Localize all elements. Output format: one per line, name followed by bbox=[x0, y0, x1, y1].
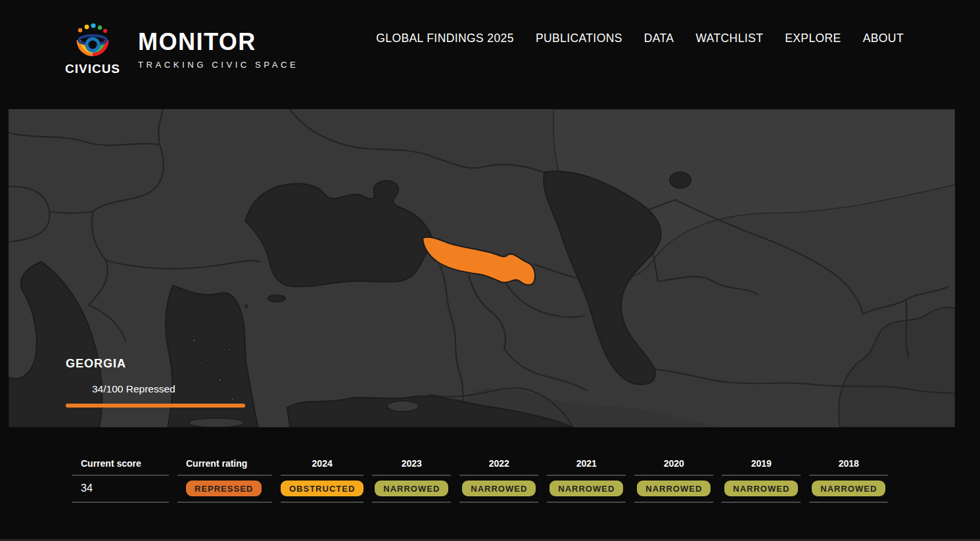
marmara-sea bbox=[268, 295, 285, 302]
rating-badge-2024: OBSTRUCTED bbox=[281, 481, 363, 496]
logo-dot-green bbox=[98, 26, 102, 30]
column-header-2021: 2021 bbox=[547, 458, 626, 476]
ratings-row: 34 REPRESSED OBSTRUCTED NARROWED NARROWE… bbox=[72, 476, 888, 503]
rating-badge-2020: NARROWED bbox=[637, 481, 711, 496]
logo-dot-red bbox=[103, 29, 107, 33]
rating-badge-2019: NARROWED bbox=[724, 481, 798, 496]
main-nav: GLOBAL FINDINGS 2025 PUBLICATIONS DATA W… bbox=[376, 32, 904, 45]
column-header-current-score: Current score bbox=[72, 458, 169, 476]
page-title: MONITOR bbox=[138, 30, 298, 54]
nav-link-publications[interactable]: PUBLICATIONS bbox=[536, 32, 622, 45]
column-header-2023: 2023 bbox=[372, 458, 451, 476]
crete-island bbox=[189, 418, 244, 427]
column-header-2019: 2019 bbox=[722, 458, 801, 476]
nav-link-about[interactable]: ABOUT bbox=[863, 32, 904, 45]
brand-name: CIVICUS bbox=[65, 62, 120, 76]
column-header-2020: 2020 bbox=[634, 458, 713, 476]
ratings-section: Current score Current rating 2024 2023 2… bbox=[64, 458, 980, 503]
nav-link-watchlist[interactable]: WATCHLIST bbox=[695, 32, 763, 45]
country-info-overlay: GEORGIA 34/100 Repressed bbox=[66, 357, 245, 408]
country-label: GEORGIA bbox=[66, 357, 245, 371]
logo-dot-orange bbox=[78, 28, 82, 32]
rating-badge-2021: NARROWED bbox=[549, 481, 623, 496]
cyprus-island bbox=[387, 401, 419, 412]
aral-sea bbox=[670, 172, 691, 188]
ratings-table: Current score Current rating 2024 2023 2… bbox=[64, 458, 897, 503]
nav-link-global-findings[interactable]: GLOBAL FINDINGS 2025 bbox=[376, 32, 514, 45]
column-header-2024: 2024 bbox=[281, 458, 363, 476]
score-text: 34/100 Repressed bbox=[92, 383, 245, 395]
nav-link-explore[interactable]: EXPLORE bbox=[785, 32, 841, 45]
current-score-cell: 34 bbox=[72, 476, 169, 503]
civicus-logo[interactable]: CIVICUS bbox=[64, 22, 121, 76]
logo-dot-blue bbox=[91, 23, 95, 28]
brand-subtitle: TRACKING CIVIC SPACE bbox=[138, 60, 298, 70]
column-header-2022: 2022 bbox=[459, 458, 538, 476]
brand-block: CIVICUS MONITOR TRACKING CIVIC SPACE bbox=[64, 22, 298, 76]
site-header: CIVICUS MONITOR TRACKING CIVIC SPACE GLO… bbox=[0, 0, 980, 109]
current-rating-badge: REPRESSED bbox=[186, 481, 262, 496]
logo-center-ring bbox=[87, 39, 99, 51]
column-header-2018: 2018 bbox=[809, 458, 888, 476]
nav-link-data[interactable]: DATA bbox=[644, 32, 674, 45]
score-bar bbox=[66, 404, 245, 408]
civicus-logo-icon bbox=[71, 22, 114, 60]
rating-badge-2023: NARROWED bbox=[375, 481, 448, 496]
rating-badge-2018: NARROWED bbox=[812, 481, 885, 496]
column-header-current-rating: Current rating bbox=[177, 458, 272, 476]
rating-badge-2022: NARROWED bbox=[462, 481, 536, 496]
brand-text: MONITOR TRACKING CIVIC SPACE bbox=[138, 30, 298, 76]
map-section[interactable]: GEORGIA 34/100 Repressed bbox=[9, 109, 955, 427]
logo-dot-yellow bbox=[85, 25, 89, 30]
